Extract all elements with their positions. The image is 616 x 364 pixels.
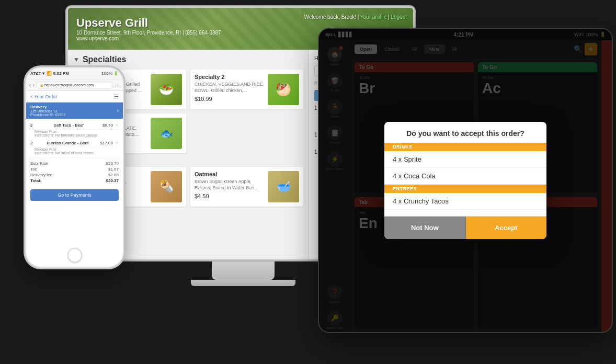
dialog-overlay: Do you want to accept this order? DRINKS… — [319, 40, 612, 332]
restaurant-address: 10 Dorrance Street, 9th Floor, Providenc… — [76, 30, 221, 36]
menu-item-price: $4.50 — [195, 193, 265, 199]
not-now-button[interactable]: Not Now — [384, 217, 466, 239]
phone-delivery-label: Delivery — [30, 105, 65, 109]
restaurant-website: www.upserve.com — [76, 36, 221, 41]
phone-item-remove[interactable]: ✕ — [115, 123, 119, 128]
menu-item-card[interactable]: Specialty 2 CHICKEN, VEGGIES AND RICE BO… — [190, 70, 303, 109]
phone-delivery-section[interactable]: Delivery 125 Dorrance St. Providence RI,… — [26, 103, 123, 119]
phone-item-remove[interactable]: ✕ — [115, 141, 119, 145]
lock-icon: 🔒 — [40, 83, 43, 87]
section-header: ▼ Specialties — [73, 55, 303, 64]
tablet-frame: BELL ▋▋▋▋ 4:21 PM WiFi 100% 🔋 🏠 1 Home — [319, 29, 612, 332]
phone-address-line1: 125 Dorrance St. — [30, 109, 65, 113]
order-item-qty: 1 — [314, 149, 317, 155]
browser-menu[interactable]: ⋯ — [115, 82, 120, 88]
dialog-entree-item: 4 x Crunchy Tacos — [384, 193, 546, 210]
restaurant-info: Upserve Grill 10 Dorrance Street, 9th Fl… — [76, 16, 221, 41]
menu-item-image — [151, 171, 182, 202]
phone-item-note: Instructions: No tomatillo sauce please — [35, 133, 119, 137]
phone-frame: AT&T ▾ 📶 6:02 PM 100% 🔋 ‹ › 🔒 https://ca… — [26, 68, 123, 267]
phone-item-qty: 2 — [30, 123, 35, 128]
phone-total-row: Total: $30.37 — [30, 178, 119, 184]
phone-item-qty: 2 — [30, 141, 35, 145]
phone-item-sub: Mexican Rice — [35, 147, 119, 151]
phone-battery: 100% 🔋 — [101, 71, 119, 76]
phone-delivery-info: Delivery 125 Dorrance St. Providence RI,… — [30, 105, 65, 117]
dialog-buttons: Not Now Accept — [384, 216, 546, 239]
phone-totals: Sub-Total $26.70 Tax $1.67 Delivery fee … — [26, 157, 123, 186]
phone-item-price-x: $17.00 ✕ — [100, 141, 119, 145]
phone-order-header: < Your Order ☰ — [26, 91, 123, 103]
phone-browser-bar: ‹ › 🔒 https://cactusgrill.upserve.com ⋯ — [26, 79, 123, 91]
menu-item-name: Specialty 2 — [195, 74, 265, 80]
menu-item-image — [268, 74, 299, 105]
phone-menu-icon[interactable]: ☰ — [114, 94, 119, 99]
menu-item-info: Oatmeal Brown Sugar, Green Apple, Raisin… — [195, 171, 265, 202]
dialog-entrees-label: ENTREES — [384, 185, 546, 193]
phone-order-row: 2 Burritos Grande - Beef $17.00 ✕ — [30, 139, 119, 147]
phone-order-items: 2 Soft Taco - Beef $9.70 ✕ Mexican Rice … — [26, 119, 123, 157]
phone-item-name: Burritos Grande - Beef — [47, 141, 88, 145]
monitor-stand — [212, 259, 275, 280]
accept-order-dialog: Do you want to accept this order? DRINKS… — [384, 122, 546, 239]
tablet: BELL ▋▋▋▋ 4:21 PM WiFi 100% 🔋 🏠 1 Home — [319, 29, 612, 343]
phone-btn-area: Go to Payments — [26, 186, 123, 204]
phone-address-line2: Providence RI, 02903 — [30, 113, 65, 117]
restaurant-welcome: Welcome back, Brock! | Your profile | Lo… — [304, 14, 407, 20]
browser-url[interactable]: 🔒 https://cactusgrill.upserve.com — [37, 82, 112, 88]
order-item-qty: 1 — [314, 105, 317, 111]
menu-item-image — [151, 74, 182, 105]
logout-link[interactable]: Logout — [391, 14, 407, 20]
menu-item-info: Specialty 2 CHICKEN, VEGGIES AND RICE BO… — [195, 74, 265, 105]
order-item-qty: 1 — [314, 132, 317, 138]
phone-delivery-arrow[interactable]: › — [117, 108, 119, 113]
phone-status-bar: AT&T ▾ 📶 6:02 PM 100% 🔋 — [26, 68, 123, 79]
phone-item-name: Soft Taco - Beef — [54, 123, 84, 128]
phone-item-sub: Mexican Rice — [35, 130, 119, 133]
chevron-icon: ▼ — [73, 56, 79, 63]
phone-order-row: 2 Soft Taco - Beef $9.70 ✕ — [30, 121, 119, 130]
dialog-drink-item: 4 x Sprite — [384, 151, 546, 168]
phone: AT&T ▾ 📶 6:02 PM 100% 🔋 ‹ › 🔒 https://ca… — [26, 68, 123, 267]
total-label: Total: — [30, 178, 41, 183]
menu-item-image — [151, 118, 182, 149]
menu-item-name: Oatmeal — [195, 171, 265, 177]
delivery-fee-label: Delivery fee — [30, 173, 52, 177]
menu-item-image — [268, 171, 299, 202]
section-label: Specialties — [83, 55, 127, 64]
phone-item-price: $17.00 — [100, 141, 113, 145]
phone-tax-row: Tax $1.67 — [30, 166, 119, 172]
profile-link[interactable]: Your profile — [360, 14, 386, 20]
phone-item-note: Instructions: No onion or sour cream — [35, 151, 119, 155]
menu-item-card[interactable]: Oatmeal Brown Sugar, Green Apple, Raisin… — [190, 167, 303, 207]
phone-item-price-x: $9.70 ✕ — [102, 123, 119, 128]
phone-home-button[interactable] — [67, 248, 82, 263]
tax-label: Tax — [30, 167, 37, 172]
tablet-body: 🏠 1 Home 🥡 To Go 🪑 Tables 🗒️ Checks — [319, 40, 612, 332]
menu-item-desc: CHICKEN, VEGGIES AND RICE BOWL. Grilled … — [195, 82, 265, 94]
subtotal-label: Sub-Total — [30, 161, 48, 166]
phone-delivery-fee-row: Delivery fee $2.00 — [30, 172, 119, 178]
back-btn[interactable]: ‹ — [29, 83, 31, 88]
menu-item-desc: Brown Sugar, Green Apple, Raisins, Boile… — [195, 179, 265, 191]
accept-button[interactable]: Accept — [466, 217, 547, 239]
menu-item-price: $10.99 — [195, 96, 265, 102]
dialog-title: Do you want to accept this order? — [384, 122, 546, 143]
delivery-fee-value: $2.00 — [108, 173, 119, 177]
url-text: https://cactusgrill.upserve.com — [44, 83, 94, 87]
phone-carrier: AT&T ▾ 📶 6:02 PM — [30, 71, 69, 76]
phone-item-price: $9.70 — [102, 123, 113, 128]
dialog-drinks-label: DRINKS — [384, 143, 546, 151]
go-payments-button[interactable]: Go to Payments — [30, 189, 119, 201]
total-value: $30.37 — [106, 178, 119, 183]
restaurant-name: Upserve Grill — [76, 16, 221, 30]
phone-subtotal-row: Sub-Total $26.70 — [30, 161, 119, 166]
monitor-base — [191, 280, 295, 286]
welcome-text: Welcome back, Brock! — [304, 14, 356, 20]
subtotal-value: $26.70 — [106, 161, 119, 166]
dialog-drink-item: 4 x Coca Cola — [384, 168, 546, 185]
tax-value: $1.67 — [108, 167, 119, 172]
forward-btn[interactable]: › — [33, 83, 35, 88]
phone-back-btn[interactable]: < Your Order — [30, 94, 57, 99]
